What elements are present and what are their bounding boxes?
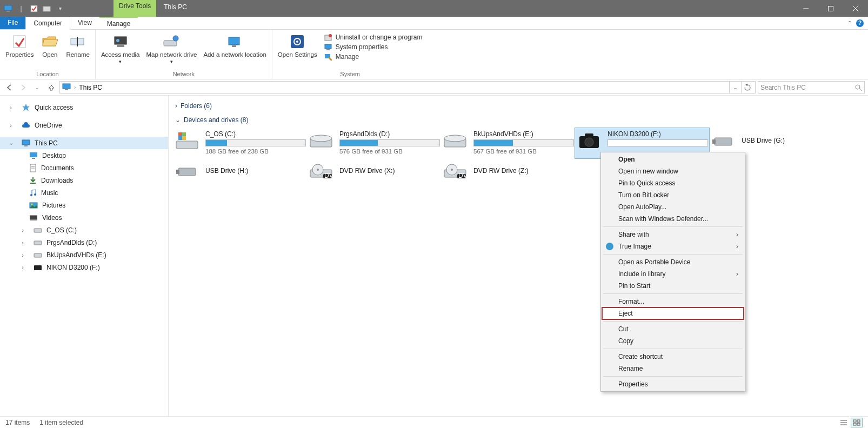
section-devices[interactable]: ⌄Devices and drives (8) [173,114,868,128]
up-button[interactable] [45,82,57,93]
svg-rect-0 [4,5,12,10]
address-dropdown-icon[interactable]: ⌄ [729,82,741,93]
help-icon[interactable]: ? [856,19,864,27]
drive-usage-bar [607,139,708,146]
drive-x[interactable]: DVD DVD RW Drive (X:) [307,158,441,189]
rename-icon [69,33,86,50]
tab-view[interactable]: View [70,17,99,29]
menu-open[interactable]: Open [602,153,744,165]
ribbon-collapse-icon[interactable]: ⌃ [847,20,852,26]
drive-h[interactable]: USB Drive (H:) [173,158,307,189]
tab-file[interactable]: File [0,17,25,29]
svg-line-29 [859,89,862,91]
pc-icon [22,139,30,147]
sidebar-item-videos[interactable]: Videos [12,211,168,224]
svg-rect-30 [22,140,30,145]
rename-button[interactable]: Rename [63,31,92,61]
maximize-button[interactable] [818,0,843,17]
menu-cut[interactable]: Cut [602,323,744,335]
svg-rect-64 [178,168,196,176]
sidebar-item-c-drive[interactable]: ›C_OS (C:) [12,224,168,236]
menu-true-image[interactable]: True Image› [602,240,744,252]
menu-copy[interactable]: Copy [602,335,744,347]
svg-rect-3 [43,6,50,11]
menu-eject[interactable]: Eject [602,307,744,319]
svg-rect-65 [176,170,179,174]
usb-drive-icon [174,160,200,182]
menu-portable-device[interactable]: Open as Portable Device [602,256,744,268]
media-icon [112,33,129,50]
sidebar-item-music[interactable]: Music [12,186,168,199]
svg-rect-47 [34,253,42,257]
tab-manage[interactable]: Manage [99,17,138,29]
submenu-arrow-icon: › [736,231,738,238]
view-details-button[interactable] [838,418,850,427]
properties-button[interactable]: Properties [2,31,37,61]
section-folders[interactable]: ›Folders (6) [173,100,868,114]
sidebar-item-d-drive[interactable]: ›PrgsAndDlds (D:) [12,236,168,249]
tab-computer[interactable]: Computer [25,17,70,30]
sidebar-item-downloads[interactable]: Downloads [12,174,168,186]
menu-bitlocker[interactable]: Turn on BitLocker [602,189,744,201]
drive-e[interactable]: BkUpsAndVHDs (E:) 567 GB free of 931 GB [441,128,575,158]
hdd-icon [308,130,334,152]
qat-dropdown-icon[interactable]: ▾ [55,4,65,14]
properties-qat-icon[interactable] [29,4,39,14]
access-media-button[interactable]: Access media ▾ [98,31,143,68]
menu-pin-quick-access[interactable]: Pin to Quick access [602,177,744,189]
menu-create-shortcut[interactable]: Create shortcut [602,351,744,363]
uninstall-program-button[interactable]: Uninstall or change a program [324,33,423,42]
sidebar-item-f-drive[interactable]: ›NIKON D3200 (F:) [12,261,168,273]
submenu-arrow-icon: › [736,243,738,250]
drive-name: BkUpsAndVHDs (E:) [473,130,574,138]
menu-pin-start[interactable]: Pin to Start [602,280,744,292]
svg-rect-26 [63,84,70,89]
recent-dropdown[interactable]: ⌄ [31,82,43,93]
add-network-location-button[interactable]: Add a network location [200,31,269,61]
search-input[interactable] [760,84,854,91]
menu-include-library[interactable]: Include in library› [602,268,744,280]
system-properties-button[interactable]: System properties [324,43,423,51]
menu-open-new-window[interactable]: Open in new window [602,165,744,177]
open-settings-button[interactable]: Open Settings [275,31,321,61]
close-button[interactable] [843,0,868,17]
sidebar-item-e-drive[interactable]: ›BkUpsAndVHDs (E:) [12,249,168,261]
address-field[interactable]: › This PC ⌄ [59,81,756,93]
drive-d[interactable]: PrgsAndDlds (D:) 576 GB free of 931 GB [307,128,441,158]
ribbon: Properties Open Rename Location Access m… [0,30,868,79]
drive-free-text: 567 GB free of 931 GB [473,148,574,155]
sidebar-item-onedrive[interactable]: ›OneDrive [0,119,168,131]
svg-point-12 [116,39,119,42]
map-network-drive-button[interactable]: Map network drive ▾ [143,31,200,68]
back-button[interactable] [3,82,15,93]
drive-z[interactable]: DVD DVD RW Drive (Z:) [441,158,575,189]
menu-rename[interactable]: Rename [602,363,744,374]
open-button[interactable]: Open [37,31,63,61]
refresh-button[interactable] [741,82,753,93]
pc-icon[interactable] [3,4,13,14]
svg-rect-27 [65,89,68,90]
manage-button[interactable]: Manage [324,52,423,61]
sidebar-item-pictures[interactable]: Pictures [12,199,168,211]
minimize-button[interactable] [793,0,818,17]
music-icon [29,189,37,197]
drive-tools-tab[interactable]: Drive Tools [113,0,156,17]
drive-c[interactable]: C_OS (C:) 188 GB free of 238 GB [173,128,307,158]
menu-separator [603,321,743,322]
menu-autoplay[interactable]: Open AutoPlay... [602,201,744,213]
sidebar-item-desktop[interactable]: Desktop [12,149,168,162]
menu-share-with[interactable]: Share with› [602,229,744,240]
view-large-icons-button[interactable] [851,418,863,427]
sidebar-item-documents[interactable]: Documents [12,162,168,174]
sidebar-item-quick-access[interactable]: ›Quick access [0,101,168,113]
drive-name: USB Drive (H:) [205,167,306,175]
forward-button[interactable] [17,82,29,93]
svg-rect-43 [30,215,37,216]
svg-rect-48 [34,265,42,270]
search-field[interactable] [758,81,865,93]
new-folder-qat-icon[interactable] [42,4,52,14]
sidebar-item-this-pc[interactable]: ⌄This PC [0,137,168,149]
menu-properties[interactable]: Properties [602,378,744,390]
menu-defender[interactable]: Scan with Windows Defender... [602,213,744,225]
menu-format[interactable]: Format... [602,296,744,307]
